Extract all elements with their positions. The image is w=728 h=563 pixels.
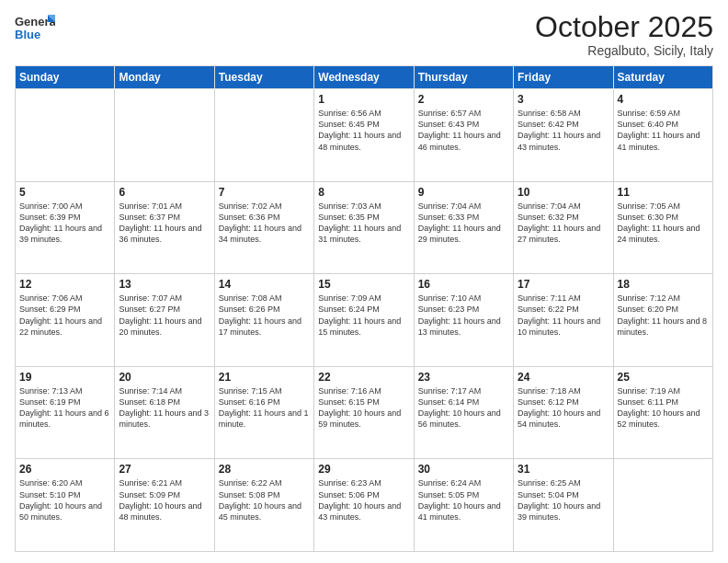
day-number: 17	[518, 278, 609, 291]
day-number: 20	[119, 371, 210, 384]
day-number: 1	[318, 93, 409, 106]
day-number: 3	[518, 93, 609, 106]
day-number: 6	[119, 186, 210, 199]
calendar-table: Sunday Monday Tuesday Wednesday Thursday…	[15, 65, 713, 552]
calendar-cell: 18Sunrise: 7:12 AM Sunset: 6:20 PM Dayli…	[613, 274, 712, 367]
title-block: October 2025 Regalbuto, Sicily, Italy	[535, 11, 713, 58]
day-number: 24	[518, 371, 609, 384]
location-subtitle: Regalbuto, Sicily, Italy	[535, 43, 713, 58]
day-number: 25	[618, 371, 709, 384]
calendar-cell: 4Sunrise: 6:59 AM Sunset: 6:40 PM Daylig…	[613, 89, 712, 182]
day-info: Sunrise: 7:18 AM Sunset: 6:12 PM Dayligh…	[518, 385, 609, 431]
day-info: Sunrise: 6:23 AM Sunset: 5:06 PM Dayligh…	[318, 477, 409, 523]
day-info: Sunrise: 7:19 AM Sunset: 6:11 PM Dayligh…	[618, 385, 709, 431]
calendar-cell: 7Sunrise: 7:02 AM Sunset: 6:36 PM Daylig…	[214, 181, 313, 274]
calendar-cell: 10Sunrise: 7:04 AM Sunset: 6:32 PM Dayli…	[514, 181, 613, 274]
day-info: Sunrise: 7:01 AM Sunset: 6:37 PM Dayligh…	[119, 201, 210, 246]
day-info: Sunrise: 7:03 AM Sunset: 6:35 PM Dayligh…	[318, 201, 409, 246]
calendar-cell: 1Sunrise: 6:56 AM Sunset: 6:45 PM Daylig…	[314, 89, 414, 182]
day-number: 10	[518, 186, 609, 199]
week-row-3: 19Sunrise: 7:13 AM Sunset: 6:19 PM Dayli…	[16, 366, 713, 459]
col-tuesday: Tuesday	[214, 66, 313, 89]
day-number: 18	[618, 278, 709, 291]
day-number: 31	[518, 463, 609, 476]
day-number: 5	[19, 186, 110, 199]
day-info: Sunrise: 7:11 AM Sunset: 6:22 PM Dayligh…	[518, 293, 609, 338]
week-row-1: 5Sunrise: 7:00 AM Sunset: 6:39 PM Daylig…	[16, 181, 713, 274]
day-info: Sunrise: 6:58 AM Sunset: 6:42 PM Dayligh…	[518, 108, 609, 153]
calendar-cell: 20Sunrise: 7:14 AM Sunset: 6:18 PM Dayli…	[115, 366, 214, 459]
day-info: Sunrise: 7:14 AM Sunset: 6:18 PM Dayligh…	[119, 385, 210, 431]
day-number: 27	[119, 463, 210, 476]
col-sunday: Sunday	[16, 66, 115, 89]
day-number: 19	[19, 371, 110, 384]
day-info: Sunrise: 6:22 AM Sunset: 5:08 PM Dayligh…	[219, 477, 310, 523]
day-number: 26	[19, 463, 110, 476]
col-wednesday: Wednesday	[314, 66, 414, 89]
day-number: 21	[219, 371, 310, 384]
day-info: Sunrise: 7:00 AM Sunset: 6:39 PM Dayligh…	[19, 201, 110, 246]
day-info: Sunrise: 6:56 AM Sunset: 6:45 PM Dayligh…	[318, 108, 409, 153]
day-number: 22	[318, 371, 409, 384]
day-number: 13	[119, 278, 210, 291]
calendar-cell: 19Sunrise: 7:13 AM Sunset: 6:19 PM Dayli…	[16, 366, 115, 459]
page: General Blue October 2025 Regalbuto, Sic…	[0, 0, 728, 563]
day-info: Sunrise: 6:57 AM Sunset: 6:43 PM Dayligh…	[418, 108, 509, 153]
day-info: Sunrise: 7:10 AM Sunset: 6:23 PM Dayligh…	[418, 293, 509, 338]
calendar-cell: 25Sunrise: 7:19 AM Sunset: 6:11 PM Dayli…	[613, 366, 712, 459]
day-number: 30	[418, 463, 509, 476]
calendar-cell: 23Sunrise: 7:17 AM Sunset: 6:14 PM Dayli…	[414, 366, 513, 459]
day-info: Sunrise: 7:05 AM Sunset: 6:30 PM Dayligh…	[618, 201, 709, 246]
day-number: 28	[219, 463, 310, 476]
day-info: Sunrise: 7:12 AM Sunset: 6:20 PM Dayligh…	[618, 293, 709, 338]
day-number: 8	[318, 186, 409, 199]
day-number: 9	[418, 186, 509, 199]
calendar-cell: 31Sunrise: 6:25 AM Sunset: 5:04 PM Dayli…	[514, 459, 613, 552]
week-row-0: 1Sunrise: 6:56 AM Sunset: 6:45 PM Daylig…	[16, 89, 713, 182]
day-info: Sunrise: 6:21 AM Sunset: 5:09 PM Dayligh…	[119, 477, 210, 523]
calendar-cell: 3Sunrise: 6:58 AM Sunset: 6:42 PM Daylig…	[514, 89, 613, 182]
day-info: Sunrise: 6:59 AM Sunset: 6:40 PM Dayligh…	[618, 108, 709, 153]
day-info: Sunrise: 6:24 AM Sunset: 5:05 PM Dayligh…	[418, 477, 509, 523]
calendar-cell: 9Sunrise: 7:04 AM Sunset: 6:33 PM Daylig…	[414, 181, 513, 274]
general-blue-logo-icon: General Blue	[15, 11, 55, 52]
calendar-cell: 12Sunrise: 7:06 AM Sunset: 6:29 PM Dayli…	[16, 274, 115, 367]
day-number: 29	[318, 463, 409, 476]
calendar-cell: 22Sunrise: 7:16 AM Sunset: 6:15 PM Dayli…	[314, 366, 414, 459]
calendar-cell: 29Sunrise: 6:23 AM Sunset: 5:06 PM Dayli…	[314, 459, 414, 552]
calendar-cell: 21Sunrise: 7:15 AM Sunset: 6:16 PM Dayli…	[214, 366, 313, 459]
calendar-cell	[613, 459, 712, 552]
day-number: 23	[418, 371, 509, 384]
calendar-cell: 8Sunrise: 7:03 AM Sunset: 6:35 PM Daylig…	[314, 181, 414, 274]
calendar-cell: 2Sunrise: 6:57 AM Sunset: 6:43 PM Daylig…	[414, 89, 513, 182]
svg-text:Blue: Blue	[15, 28, 40, 41]
col-monday: Monday	[115, 66, 214, 89]
day-number: 16	[418, 278, 509, 291]
day-info: Sunrise: 7:17 AM Sunset: 6:14 PM Dayligh…	[418, 385, 509, 431]
day-number: 7	[219, 186, 310, 199]
day-number: 12	[19, 278, 110, 291]
week-row-2: 12Sunrise: 7:06 AM Sunset: 6:29 PM Dayli…	[16, 274, 713, 367]
day-info: Sunrise: 6:25 AM Sunset: 5:04 PM Dayligh…	[518, 477, 609, 523]
day-info: Sunrise: 7:07 AM Sunset: 6:27 PM Dayligh…	[119, 293, 210, 338]
calendar-header-row: Sunday Monday Tuesday Wednesday Thursday…	[16, 66, 713, 89]
day-number: 11	[618, 186, 709, 199]
header: General Blue October 2025 Regalbuto, Sic…	[15, 11, 713, 58]
day-info: Sunrise: 7:06 AM Sunset: 6:29 PM Dayligh…	[19, 293, 110, 338]
day-info: Sunrise: 7:13 AM Sunset: 6:19 PM Dayligh…	[19, 385, 110, 431]
calendar-cell: 28Sunrise: 6:22 AM Sunset: 5:08 PM Dayli…	[214, 459, 313, 552]
calendar-cell: 15Sunrise: 7:09 AM Sunset: 6:24 PM Dayli…	[314, 274, 414, 367]
day-info: Sunrise: 7:04 AM Sunset: 6:33 PM Dayligh…	[418, 201, 509, 246]
day-number: 4	[618, 93, 709, 106]
calendar-cell	[16, 89, 115, 182]
calendar-cell: 24Sunrise: 7:18 AM Sunset: 6:12 PM Dayli…	[514, 366, 613, 459]
calendar-cell: 16Sunrise: 7:10 AM Sunset: 6:23 PM Dayli…	[414, 274, 513, 367]
day-info: Sunrise: 7:02 AM Sunset: 6:36 PM Dayligh…	[219, 201, 310, 246]
calendar-cell: 5Sunrise: 7:00 AM Sunset: 6:39 PM Daylig…	[16, 181, 115, 274]
day-number: 15	[318, 278, 409, 291]
calendar-cell: 30Sunrise: 6:24 AM Sunset: 5:05 PM Dayli…	[414, 459, 513, 552]
logo: General Blue	[15, 11, 57, 52]
day-info: Sunrise: 6:20 AM Sunset: 5:10 PM Dayligh…	[19, 477, 110, 523]
day-info: Sunrise: 7:16 AM Sunset: 6:15 PM Dayligh…	[318, 385, 409, 431]
calendar-cell: 13Sunrise: 7:07 AM Sunset: 6:27 PM Dayli…	[115, 274, 214, 367]
